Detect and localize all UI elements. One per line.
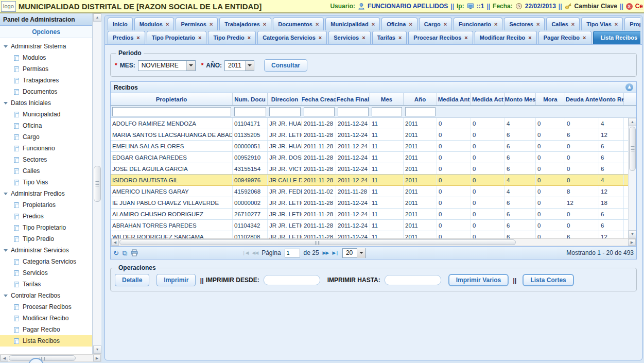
- scroll-up-icon[interactable]: ▲: [629, 118, 636, 126]
- table-row[interactable]: ABRAHAN TORRES PAREDES01104342JR JR. LET…: [111, 220, 636, 231]
- tab-servicios[interactable]: Servicios×: [328, 31, 370, 44]
- column-header-año[interactable]: Año: [404, 93, 437, 105]
- sidebar-group-controlar-recibos[interactable]: Controlar Recibos: [0, 290, 92, 301]
- tab-pagar-recibo[interactable]: Pagar Recibo×: [538, 31, 591, 44]
- tab-close-icon[interactable]: ×: [494, 22, 497, 27]
- sidebar-item-servicios[interactable]: Servicios: [0, 267, 92, 279]
- filter-input-num-docu[interactable]: [234, 107, 266, 116]
- column-header-medida-ant[interactable]: Medida Ant: [437, 93, 471, 105]
- page-size-select[interactable]: 20: [342, 248, 366, 258]
- tab-close-icon[interactable]: ×: [210, 22, 213, 27]
- tab-trabajadores[interactable]: Trabajadores×: [219, 18, 271, 30]
- first-page-icon[interactable]: ❘◀: [242, 250, 248, 255]
- tab-permisos[interactable]: Permisos×: [176, 18, 218, 30]
- filter-input-mes[interactable]: [372, 107, 402, 116]
- sidebar-options-header[interactable]: Opciones: [0, 26, 92, 38]
- sidebar-item-tipo-propietario[interactable]: Tipo Propietario: [0, 222, 92, 233]
- ano-select[interactable]: 2011: [224, 60, 254, 71]
- scroll-up-icon[interactable]: ▲: [93, 13, 101, 22]
- column-header-fecha-final[interactable]: Fecha Final: [336, 93, 370, 105]
- tab-documentos[interactable]: Documentos×: [273, 18, 324, 30]
- chevron-down-icon[interactable]: [357, 248, 365, 258]
- tab-modulos[interactable]: Modulos×: [134, 18, 175, 30]
- sidebar-item-modificar-recibo[interactable]: Modificar Recibo: [0, 313, 92, 324]
- sidebar-item-municipalidad[interactable]: Municipalidad: [0, 109, 92, 120]
- tab-close-icon[interactable]: ×: [536, 22, 539, 27]
- lista-cortes-button[interactable]: Lista Cortes: [523, 274, 573, 286]
- scrollbar-thumb[interactable]: [9, 355, 76, 361]
- next-page-icon[interactable]: ▶▶: [323, 250, 329, 255]
- table-row[interactable]: MARIA SANTOS LLACSAHUANGA DE ABAD0113520…: [111, 129, 636, 141]
- tab-close-icon[interactable]: ×: [319, 35, 322, 41]
- sidebar-item-tipo-predio[interactable]: Tipo Predio: [0, 233, 92, 245]
- imprimir-button[interactable]: Imprimir: [156, 274, 196, 286]
- tab-close-icon[interactable]: ×: [136, 35, 140, 41]
- scroll-right-icon[interactable]: ▶: [628, 239, 636, 246]
- tab-municipalidad[interactable]: Municipalidad×: [325, 18, 380, 30]
- table-row[interactable]: JOSE DEL AGUILA GARCIA43155154JR JR. VIC…: [111, 163, 636, 175]
- detalle-button[interactable]: Detalle: [115, 274, 149, 286]
- scroll-right-icon[interactable]: ▶: [93, 355, 101, 361]
- sidebar-item-funcionario[interactable]: Funcionario: [0, 143, 92, 154]
- scrollbar-thumb[interactable]: [629, 127, 636, 171]
- table-row[interactable]: IE JUAN PABLO CHAVEZ VILLAVERDE00000002J…: [111, 197, 636, 209]
- filter-input-fecha-creac[interactable]: [304, 107, 335, 116]
- tab-categoria-servicios[interactable]: Categoria Servicios×: [257, 31, 327, 44]
- tab-procesar-recibos[interactable]: Procesar Recibos×: [408, 31, 473, 44]
- sidebar-item-calles[interactable]: Calles: [0, 165, 92, 177]
- filter-input-año[interactable]: [405, 107, 436, 116]
- tab-predios[interactable]: Predios×: [108, 31, 145, 44]
- change-password-link[interactable]: Cambiar Clave: [575, 3, 617, 10]
- scroll-left-icon[interactable]: ◀: [111, 239, 119, 246]
- page-number-input[interactable]: [285, 249, 300, 257]
- tab-tipo-vias[interactable]: Tipo Vias×: [581, 18, 623, 30]
- sidebar-group-administrar-servicios[interactable]: Administrar Servicios: [0, 245, 92, 256]
- mes-select[interactable]: NOVIEMBRE: [138, 60, 196, 71]
- sidebar-item-tipo-vias[interactable]: Tipo Vias: [0, 177, 92, 188]
- column-header-monto-mes[interactable]: Monto Mes: [505, 93, 536, 105]
- export-window-icon[interactable]: ⧉: [123, 250, 127, 256]
- sidebar-item-trabajadores[interactable]: Trabajadores: [0, 75, 92, 86]
- tab-close-icon[interactable]: ×: [248, 35, 251, 41]
- table-row[interactable]: ALAMIRO CHUSHO RODRIGUEZ26710277JR JR. L…: [111, 209, 636, 220]
- tab-funcionario[interactable]: Funcionario×: [454, 18, 502, 30]
- chevron-down-icon[interactable]: [186, 61, 195, 71]
- tab-close-icon[interactable]: ×: [198, 35, 201, 41]
- sidebar-item-cargo[interactable]: Cargo: [0, 131, 92, 143]
- column-header-medida-act[interactable]: Medida Act: [471, 93, 505, 105]
- sidebar-group-datos-iniciales[interactable]: Datos Iniciales: [0, 97, 92, 109]
- filter-input-direccion[interactable]: [269, 107, 301, 116]
- column-header-mora[interactable]: Mora: [536, 93, 565, 105]
- sidebar-item-categoria-servicios[interactable]: Categoria Servicios: [0, 256, 92, 267]
- column-header-num-docu[interactable]: Num. Docu: [233, 93, 268, 105]
- sidebar-item-predios[interactable]: Predios: [0, 211, 92, 222]
- sidebar-vertical-scrollbar[interactable]: ▲ ▼: [93, 13, 101, 362]
- sidebar-item-documentos[interactable]: Documentos: [0, 86, 92, 97]
- grid-horizontal-scrollbar[interactable]: ◀ ▶: [111, 238, 636, 246]
- grid-vertical-scrollbar[interactable]: ▲ ▼: [628, 118, 636, 238]
- chevron-down-icon[interactable]: [245, 61, 254, 71]
- imprimir-hasta-input[interactable]: [385, 275, 441, 285]
- tab-lista-recibos[interactable]: Lista Recibos×: [593, 31, 640, 44]
- sidebar-item-permisos[interactable]: Permisos: [0, 63, 92, 75]
- tab-cargo[interactable]: Cargo×: [419, 18, 452, 30]
- sidebar-item-modulos[interactable]: Modulos: [0, 52, 92, 63]
- sidebar-item-pagar-recibo[interactable]: Pagar Recibo: [0, 324, 92, 335]
- sidebar-item-propietarios[interactable]: Propietarios: [0, 199, 92, 211]
- column-header-monto-re[interactable]: Monto Re: [599, 93, 624, 105]
- scrollbar-thumb[interactable]: [119, 239, 516, 245]
- logout-link[interactable]: Ce: [635, 3, 643, 10]
- collapse-panel-icon[interactable]: ▲: [625, 83, 633, 91]
- filter-input-propietario[interactable]: [112, 107, 231, 116]
- column-header-fecha-creac[interactable]: Fecha Creac: [302, 93, 336, 105]
- print-icon[interactable]: [131, 249, 138, 256]
- sidebar-item-oficina[interactable]: Oficina: [0, 120, 92, 131]
- sidebar-item-lista-recibos[interactable]: Lista Recibos: [0, 335, 92, 347]
- table-row[interactable]: EMELINA SALAS FLORES00000051JR JR. HUALL…: [111, 141, 636, 152]
- tab-close-icon[interactable]: ×: [528, 35, 531, 41]
- sidebar-item-sectores[interactable]: Sectores: [0, 154, 92, 165]
- tab-close-icon[interactable]: ×: [583, 35, 586, 41]
- sidebar-group-administrar-predios[interactable]: Administrar Predios: [0, 188, 92, 199]
- sidebar-item-procesar-recibos[interactable]: Procesar Recibos: [0, 301, 92, 313]
- tab-inicio[interactable]: Inicio: [108, 18, 133, 30]
